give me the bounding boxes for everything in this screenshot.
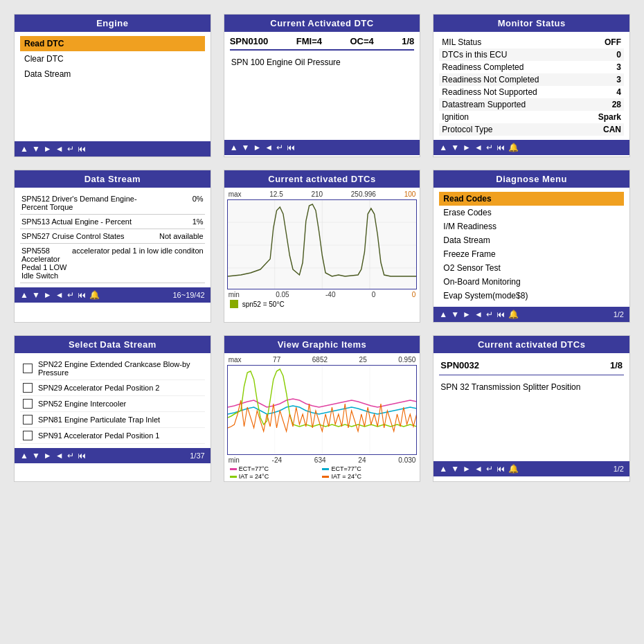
- right-icon[interactable]: ►: [44, 144, 52, 154]
- home-icon[interactable]: ⏮: [78, 144, 86, 154]
- dtc2-page: 1/8: [610, 360, 623, 370]
- down-icon[interactable]: ▼: [32, 451, 40, 460]
- select-data-stream-panel: Select Data Stream SPN22 Engine Extended…: [14, 335, 211, 482]
- down-icon[interactable]: ▼: [242, 143, 250, 152]
- up-icon[interactable]: ▲: [20, 144, 28, 154]
- monitor-footer-icons: ▲ ▼ ► ◄ ↵ ⏮ 🔔: [439, 143, 519, 152]
- sds-checkbox-4[interactable]: [23, 415, 33, 424]
- vgi-legend-3: IAT = 24°C: [230, 473, 322, 480]
- diag-onboard-monitoring[interactable]: On-Board Monitoring: [439, 275, 624, 289]
- home-icon[interactable]: ⏮: [78, 290, 86, 300]
- sds-checkbox-5[interactable]: [23, 431, 33, 440]
- engine-menu-read-dtc[interactable]: Read DTC: [20, 36, 205, 51]
- engine-menu-data-stream[interactable]: Data Stream: [20, 66, 205, 82]
- current-dtc-body: SPN0100 FMI=4 OC=4 1/8 SPN 100 Engine Oi…: [224, 32, 420, 74]
- diag-read-codes[interactable]: Read Codes: [439, 192, 624, 206]
- ds-value-2: 1%: [155, 217, 204, 226]
- current-dtcs2-body: SPN0032 1/8 SPN 32 Transmission Splitter…: [433, 353, 629, 399]
- ds-page: 16~19/42: [172, 291, 204, 299]
- diag-freeze-frame[interactable]: Freeze Frame: [439, 247, 624, 261]
- right-icon[interactable]: ►: [463, 143, 471, 152]
- dtc-footer-icons: ▲ ▼ ► ◄ ↵ ⏮: [230, 143, 296, 152]
- enter-icon[interactable]: ↵: [486, 310, 493, 319]
- home-icon[interactable]: ⏮: [287, 143, 295, 152]
- down-icon[interactable]: ▼: [32, 290, 40, 300]
- table-row: DTCs in this ECU0: [439, 48, 624, 61]
- diag-erase-codes[interactable]: Erase Codes: [439, 206, 624, 220]
- down-icon[interactable]: ▼: [451, 310, 459, 319]
- diag-evap-system[interactable]: Evap System(mode$8): [439, 289, 624, 303]
- legend-color-box: [230, 300, 238, 308]
- right-icon[interactable]: ►: [253, 143, 261, 152]
- up-icon[interactable]: ▲: [20, 451, 28, 460]
- min-val-2: -40: [325, 291, 335, 298]
- enter-icon[interactable]: ↵: [67, 290, 74, 300]
- left-icon[interactable]: ◄: [55, 144, 64, 154]
- sds-checkbox-2[interactable]: [23, 383, 33, 393]
- left-icon[interactable]: ◄: [55, 451, 64, 460]
- up-icon[interactable]: ▲: [439, 143, 447, 152]
- data-stream-body: SPN512 Driver's Demand Engine-Percent To…: [15, 188, 211, 287]
- sds-row-1: SPN22 Engine Extended Crankcase Blow-by …: [20, 357, 205, 380]
- up-icon[interactable]: ▲: [20, 290, 28, 300]
- down-icon[interactable]: ▼: [451, 143, 459, 152]
- left-icon[interactable]: ◄: [474, 310, 483, 319]
- sds-row-4: SPN81 Engine Particulate Trap Inlet: [20, 412, 205, 428]
- ds-value-1: 0%: [155, 195, 204, 211]
- sds-checkbox-1[interactable]: [23, 364, 33, 373]
- vgi-chart-container: max 77 6852 25 0.950: [224, 353, 420, 481]
- sds-checkbox-3[interactable]: [23, 399, 33, 409]
- diagnose-menu-footer: ▲ ▼ ► ◄ ↵ ⏮ 🔔 1/2: [433, 307, 629, 322]
- right-icon[interactable]: ►: [44, 451, 52, 460]
- diag-data-stream[interactable]: Data Stream: [439, 233, 624, 247]
- diag-footer-icons: ▲ ▼ ► ◄ ↵ ⏮ 🔔: [439, 310, 519, 319]
- enter-icon[interactable]: ↵: [276, 143, 283, 152]
- enter-icon[interactable]: ↵: [67, 144, 74, 154]
- engine-menu-clear-dtc[interactable]: Clear DTC: [20, 51, 205, 66]
- vgi-legend-1: ECT=77°C: [230, 465, 322, 472]
- ds-value-3: Not available: [155, 232, 204, 240]
- vgi-legend-4: IAT = 24°C: [322, 473, 414, 480]
- bell-icon[interactable]: 🔔: [508, 310, 519, 319]
- left-icon[interactable]: ◄: [474, 464, 483, 474]
- bell-icon[interactable]: 🔔: [89, 290, 100, 300]
- data-stream-footer: ▲ ▼ ► ◄ ↵ ⏮ 🔔 16~19/42: [15, 287, 211, 303]
- ds-row-1: SPN512 Driver's Demand Engine-Percent To…: [20, 192, 205, 215]
- view-graphic-panel: View Graphic Items max 77 6852 25 0.950: [224, 335, 421, 482]
- diag-o2-sensor[interactable]: O2 Sensor Test: [439, 261, 624, 275]
- vgi-min-4: 0.030: [398, 456, 415, 464]
- up-icon[interactable]: ▲: [439, 310, 447, 319]
- bell-icon[interactable]: 🔔: [508, 464, 519, 474]
- left-icon[interactable]: ◄: [265, 143, 273, 152]
- left-icon[interactable]: ◄: [55, 290, 64, 300]
- enter-icon[interactable]: ↵: [486, 143, 493, 152]
- right-icon[interactable]: ►: [44, 290, 52, 300]
- home-icon[interactable]: ⏮: [78, 451, 86, 460]
- max-val-2: 12.5: [269, 190, 283, 198]
- diag-im-readiness[interactable]: I/M Readiness: [439, 220, 624, 233]
- max-val-5: 100: [404, 190, 416, 198]
- monitor-status-footer: ▲ ▼ ► ◄ ↵ ⏮ 🔔: [433, 140, 629, 155]
- down-icon[interactable]: ▼: [451, 464, 459, 474]
- enter-icon[interactable]: ↵: [486, 464, 493, 474]
- vgi-svg: [228, 366, 417, 455]
- enter-icon[interactable]: ↵: [67, 451, 74, 460]
- up-icon[interactable]: ▲: [439, 464, 447, 474]
- up-icon[interactable]: ▲: [230, 143, 238, 152]
- home-icon[interactable]: ⏮: [497, 310, 505, 319]
- table-row: Readiness Completed3: [439, 61, 624, 73]
- left-icon[interactable]: ◄: [474, 143, 483, 152]
- diagnose-menu-panel: Diagnose Menu Read Codes Erase Codes I/M…: [433, 170, 630, 323]
- vgi-min-row: min -24 634 24 0.030: [227, 456, 418, 464]
- engine-panel: Engine Read DTC Clear DTC Data Stream ▲ …: [14, 14, 211, 157]
- table-row: Protocol TypeCAN: [439, 123, 624, 136]
- bell-icon[interactable]: 🔔: [508, 143, 519, 152]
- engine-footer-icons: ▲ ▼ ► ◄ ↵ ⏮: [20, 144, 86, 154]
- min-label: min: [229, 291, 240, 298]
- right-icon[interactable]: ►: [463, 464, 471, 474]
- dtc-page: 1/8: [402, 36, 414, 46]
- home-icon[interactable]: ⏮: [497, 143, 505, 152]
- right-icon[interactable]: ►: [463, 310, 471, 319]
- down-icon[interactable]: ▼: [32, 144, 40, 154]
- home-icon[interactable]: ⏮: [497, 464, 505, 474]
